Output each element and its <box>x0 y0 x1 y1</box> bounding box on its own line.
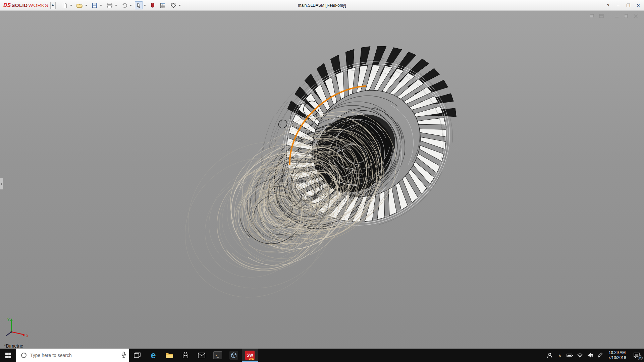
save-icon <box>92 2 98 8</box>
options-button[interactable] <box>169 1 178 9</box>
solidworks-logo: DS SOLIDWORKS <box>1 2 50 8</box>
restore-button[interactable]: ❐ <box>623 1 633 10</box>
help-button[interactable]: ? <box>603 1 613 10</box>
child-minimize-icon[interactable] <box>614 13 620 18</box>
taskbar-search[interactable] <box>16 349 129 362</box>
store-button[interactable] <box>177 349 194 362</box>
options-gear-icon <box>170 2 176 8</box>
wifi-icon <box>577 353 583 358</box>
cube-app-icon <box>229 351 238 360</box>
task-view-button[interactable] <box>129 349 145 362</box>
open-icon <box>76 2 83 8</box>
print-icon <box>106 2 113 8</box>
mail-icon <box>198 353 205 358</box>
solidworks-app-button[interactable]: SW 2017 <box>242 349 258 362</box>
chevron-up-icon: ∧ <box>558 353 561 358</box>
brand-solid-text: SOLID <box>11 2 28 8</box>
print-dropdown[interactable] <box>115 5 117 6</box>
triad-y-label: Y <box>7 318 10 322</box>
undo-dropdown[interactable] <box>129 5 132 6</box>
close-button[interactable]: ✕ <box>633 1 643 10</box>
report-icon <box>160 2 166 8</box>
new-document-button[interactable] <box>60 1 69 9</box>
child-close-icon[interactable] <box>633 13 639 18</box>
document-title: main.SLDASM [Read-only] <box>298 0 346 11</box>
edge-icon: e <box>151 351 156 360</box>
view-orientation-label: *Dimetric <box>4 343 23 349</box>
pen-icon <box>597 353 603 358</box>
solidworks-app-icon: SW 2017 <box>245 351 255 360</box>
network-button[interactable] <box>575 349 585 362</box>
windows-logo-icon <box>5 353 11 358</box>
command-prompt-icon: >_ <box>213 351 222 359</box>
pen-button[interactable] <box>595 349 605 362</box>
mail-button[interactable] <box>194 349 210 362</box>
child-window-controls <box>589 13 639 18</box>
select-tool-dropdown[interactable] <box>144 5 146 6</box>
search-input[interactable] <box>16 349 129 362</box>
save-dropdown[interactable] <box>100 5 102 6</box>
notification-badge: 2 <box>638 355 643 360</box>
volume-button[interactable] <box>585 349 595 362</box>
sw-year: 2017 <box>249 358 254 360</box>
people-button[interactable] <box>545 349 555 362</box>
sw-label: SW <box>247 353 253 358</box>
options-dropdown[interactable] <box>178 5 181 6</box>
file-explorer-button[interactable] <box>161 349 177 362</box>
panel-flyout-tab[interactable] <box>0 178 3 190</box>
store-icon <box>182 352 189 359</box>
tray-overflow-button[interactable]: ∧ <box>555 349 565 362</box>
file-explorer-icon <box>165 352 173 359</box>
system-tray: ∧ 10:29 AM <box>545 349 644 362</box>
save-button[interactable] <box>90 1 99 9</box>
select-tool-button[interactable] <box>135 1 143 9</box>
new-document-dropdown[interactable] <box>70 5 72 6</box>
clock-date: 7/13/2018 <box>608 355 626 360</box>
window-controls: ? – ❐ ✕ <box>603 0 643 11</box>
standard-toolbar <box>60 1 183 9</box>
microphone-icon[interactable] <box>121 352 126 359</box>
dark-cube-app-button[interactable] <box>226 349 242 362</box>
battery-icon <box>567 353 573 357</box>
minimize-button[interactable]: – <box>613 1 623 10</box>
child-maximize-icon[interactable] <box>623 13 629 18</box>
edge-browser-button[interactable]: e <box>145 349 161 362</box>
battery-button[interactable] <box>565 349 575 362</box>
app-titlebar: DS SOLIDWORKS ▶ <box>0 0 644 11</box>
red-tool-button[interactable] <box>149 1 156 9</box>
child-new-window-icon[interactable] <box>598 13 604 18</box>
clock-time: 10:29 AM <box>609 350 626 355</box>
red-cylinder-icon <box>150 2 155 8</box>
task-view-icon <box>134 352 141 358</box>
reference-triad[interactable]: Y X <box>3 316 31 341</box>
triad-x-label: X <box>26 334 29 338</box>
ds-logo-icon: DS <box>3 2 11 8</box>
select-arrow-icon <box>136 2 142 8</box>
child-restore-icon[interactable] <box>589 13 595 18</box>
graphics-area[interactable]: Y X *Dimetric <box>0 11 644 349</box>
command-prompt-button[interactable]: >_ <box>210 349 226 362</box>
open-dropdown[interactable] <box>85 5 88 6</box>
brand-works-text: WORKS <box>29 2 48 8</box>
undo-button[interactable] <box>120 1 129 9</box>
print-button[interactable] <box>105 1 114 9</box>
taskbar-clock[interactable]: 10:29 AM 7/13/2018 <box>605 349 629 362</box>
speaker-icon <box>587 353 593 358</box>
cortana-icon <box>21 352 27 358</box>
start-button[interactable] <box>0 349 16 362</box>
windows-taskbar: e >_ SW 2017 <box>0 349 644 362</box>
action-center-button[interactable]: 2 <box>629 349 644 362</box>
undo-icon <box>121 2 127 8</box>
open-button[interactable] <box>75 1 84 9</box>
new-document-icon <box>62 2 68 8</box>
report-button[interactable] <box>158 1 167 9</box>
menu-flyout-button[interactable]: ▶ <box>50 2 56 9</box>
model-wireframe[interactable] <box>0 11 644 349</box>
